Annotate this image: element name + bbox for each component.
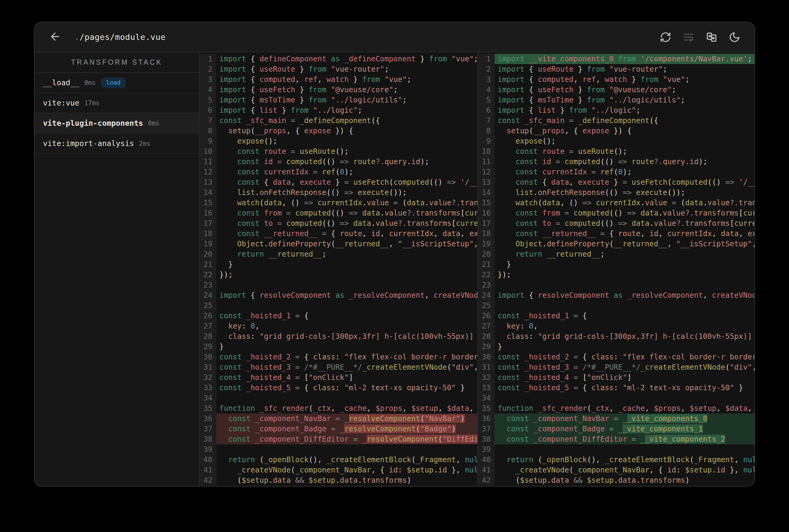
sidebar-item-vite-plugin-components[interactable]: vite-plugin-components 0ms [35, 113, 199, 134]
word-wrap-icon[interactable] [682, 31, 695, 43]
line-number: 35 [200, 403, 216, 414]
line-number: 40 [478, 455, 495, 465]
transform-stack-title: TRANSFORM STACK [35, 52, 199, 73]
code-line: 34 [478, 393, 754, 403]
code-line: 10 const route = useRoute(); [200, 146, 477, 156]
code-line: 20 return __returned__; [200, 249, 477, 259]
line-number: 32 [200, 373, 216, 383]
code-line: 38 const _component_DiffEditor = __vite_… [478, 434, 754, 444]
sidebar-item-vite-vue[interactable]: vite:vue 17ms [35, 93, 199, 113]
code-line: 33const _hoisted_5 = { class: "ml-2 text… [478, 383, 754, 393]
code-line: 5import { msToTime } from "../logic/util… [478, 95, 754, 105]
line-number: 27 [200, 321, 216, 331]
line-number: 42 [200, 475, 216, 486]
line-number: 11 [200, 156, 216, 167]
code-line: 16 const from = computed(() => data.valu… [200, 208, 477, 218]
line-number: 34 [478, 393, 495, 403]
code-line: 29} [200, 342, 477, 352]
line-number: 12 [478, 167, 495, 177]
line-number: 10 [478, 146, 495, 156]
line-number: 36 [478, 414, 495, 424]
plugin-time: 0ms [148, 120, 160, 127]
code-line: 12 const currentIdx = ref(0); [200, 167, 477, 177]
line-number: 26 [478, 311, 495, 321]
line-number: 19 [478, 239, 495, 249]
line-number: 29 [478, 342, 495, 352]
code-line: 34 [200, 393, 477, 403]
code-panel-after[interactable]: 1import __vite_components_0 from '/compo… [477, 52, 754, 486]
sidebar-item-vite-import-analysis[interactable]: vite:import-analysis 2ms [35, 134, 199, 154]
plugin-time: 2ms [139, 140, 150, 147]
line-number: 8 [200, 126, 216, 136]
code-line: 15 watch(data, () => currentIdx.value = … [478, 198, 754, 208]
line-number: 29 [200, 342, 216, 352]
line-number: 39 [478, 444, 495, 455]
code-line: 23 [200, 280, 477, 290]
line-number: 9 [478, 136, 495, 146]
plugin-name: vite-plugin-components [43, 119, 143, 128]
module-file-title: ./pages/module.vue [74, 32, 166, 42]
code-line: 29} [478, 342, 754, 352]
code-line: 24import { resolveComponent as _resolveC… [478, 290, 754, 301]
refresh-icon[interactable] [660, 31, 672, 43]
code-line: 11 const id = computed(() => route?.quer… [478, 156, 754, 167]
line-number: 4 [200, 84, 216, 95]
line-number: 15 [200, 198, 216, 208]
code-line: 6import { list } from "../logic"; [200, 105, 477, 115]
main-area: TRANSFORM STACK __load__ 0ms load vite:v… [35, 52, 754, 486]
code-line: 41 _createVNode(_component_NavBar, { id:… [200, 465, 477, 475]
line-number: 23 [200, 280, 216, 290]
code-line: 9 expose(); [200, 136, 477, 146]
code-line: 3import { computed, ref, watch } from "v… [200, 74, 477, 84]
line-number: 16 [478, 208, 495, 218]
side-by-side-diff-icon[interactable] [705, 31, 718, 43]
line-number: 24 [478, 290, 495, 301]
code-line: 37 const _component_Badge = _resolveComp… [200, 424, 477, 434]
line-number: 14 [478, 187, 495, 198]
line-number: 3 [200, 74, 216, 84]
code-line: 28 class: "grid grid-cols-[300px,3fr] h-… [200, 331, 477, 342]
plugin-name: __load__ [43, 78, 79, 87]
line-number: 5 [200, 95, 216, 105]
code-line: 27 key: 0, [200, 321, 477, 331]
code-line: 36 const _component_NavBar = _resolveCom… [200, 414, 477, 424]
line-number: 1 [200, 54, 216, 64]
code-line: 21 } [478, 259, 754, 270]
code-line: 27 key: 0, [478, 321, 754, 331]
line-number: 32 [478, 373, 495, 383]
line-number: 25 [478, 301, 495, 311]
line-number: 12 [200, 167, 216, 177]
line-number: 33 [200, 383, 216, 393]
back-button[interactable] [49, 31, 62, 44]
code-line: 42 ($setup.data && $setup.data.transform… [200, 475, 477, 486]
line-number: 9 [200, 136, 216, 146]
inspector-window: ./pages/module.vue TRANSFORM STACK __loa… [34, 22, 755, 487]
line-number: 30 [478, 352, 495, 362]
code-line: 20 return __returned__; [478, 249, 754, 259]
line-number: 15 [478, 198, 495, 208]
code-line: 30const _hoisted_2 = { class: "flex flex… [478, 352, 754, 362]
topbar-actions [660, 31, 740, 43]
line-number: 36 [200, 414, 216, 424]
line-number: 1 [478, 54, 495, 64]
line-number: 42 [478, 475, 495, 486]
code-line: 1import __vite_components_0 from '/compo… [478, 54, 754, 64]
dark-mode-moon-icon[interactable] [729, 31, 740, 43]
code-line: 35function _sfc_render(_ctx, _cache, $pr… [200, 403, 477, 414]
code-line: 15 watch(data, () => currentIdx.value = … [200, 198, 477, 208]
code-line: 2import { useRoute } from "vue-router"; [200, 64, 477, 74]
line-number: 16 [200, 208, 216, 218]
line-number: 17 [478, 218, 495, 229]
line-number: 38 [200, 434, 216, 444]
line-number: 27 [478, 321, 495, 331]
line-number: 39 [200, 444, 216, 455]
code-line: 7const _sfc_main = _defineComponent({ [478, 115, 754, 126]
line-number: 33 [478, 383, 495, 393]
code-line: 14 list.onFetchResponse(() => execute())… [478, 187, 754, 198]
line-number: 41 [200, 465, 216, 475]
code-panel-before[interactable]: 1import { defineComponent as _defineComp… [200, 52, 477, 486]
sidebar-item-load[interactable]: __load__ 0ms load [35, 73, 199, 93]
code-line: 2import { useRoute } from "vue-router"; [478, 64, 754, 74]
code-line: 7const _sfc_main = _defineComponent({ [200, 115, 477, 126]
line-number: 40 [200, 455, 216, 465]
